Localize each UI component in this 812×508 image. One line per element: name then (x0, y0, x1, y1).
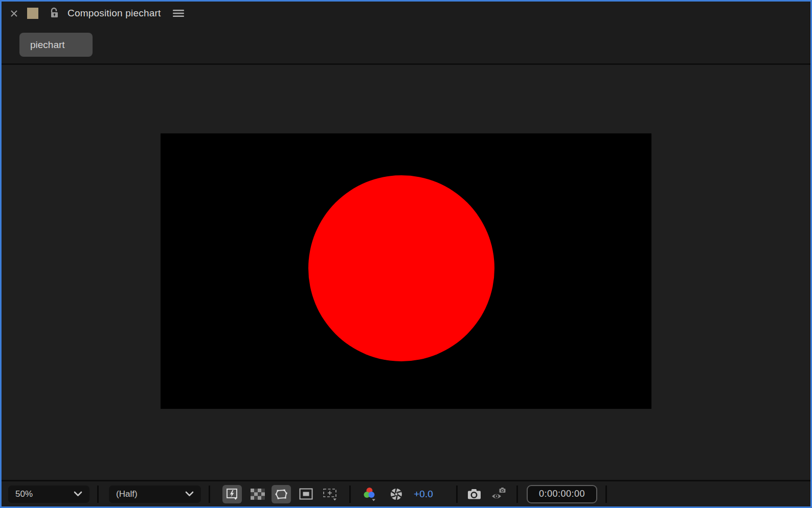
exposure-icon (389, 487, 403, 501)
magnification-dropdown[interactable]: 50% (8, 486, 89, 503)
exposure-value[interactable]: +0.0 (411, 489, 436, 500)
region-of-interest-button[interactable] (296, 485, 315, 503)
guide-options-icon (322, 487, 339, 501)
resolution-dropdown[interactable]: (Half) (109, 486, 201, 503)
toolbar-separator (516, 486, 518, 503)
fast-previews-icon (225, 487, 239, 501)
close-icon[interactable] (9, 9, 18, 18)
toolbar-separator (605, 486, 607, 503)
show-snapshot-button[interactable] (489, 485, 509, 503)
composition-panel: Composition piechart piechart 50% (0, 0, 812, 508)
toolbar-separator (209, 486, 210, 503)
snapshot-icon (467, 488, 483, 500)
transparency-grid-icon (251, 489, 265, 500)
panel-swatch[interactable] (27, 8, 38, 19)
tab-piechart[interactable]: piechart (19, 33, 93, 57)
toolbar-separator (456, 486, 458, 503)
toolbar-separator (97, 486, 99, 503)
viewer-tab-bar: piechart (2, 25, 810, 63)
region-of-interest-icon (299, 488, 313, 500)
tab-label: piechart (30, 39, 65, 51)
panel-title: Composition piechart (67, 8, 161, 19)
timecode-value: 0:00:00:00 (539, 489, 585, 499)
fast-previews-button[interactable] (222, 485, 242, 503)
mask-visibility-icon (274, 488, 288, 500)
toolbar-separator (349, 486, 351, 503)
panel-header: Composition piechart (2, 2, 810, 25)
composition-viewer[interactable] (2, 65, 810, 480)
magnification-value: 50% (15, 489, 33, 499)
snapshot-button[interactable] (465, 485, 484, 503)
grid-guide-options-button[interactable] (321, 485, 340, 503)
composition-canvas[interactable] (161, 133, 651, 409)
resolution-value: (Half) (116, 489, 138, 499)
timecode-field[interactable]: 0:00:00:00 (527, 485, 597, 503)
transparency-grid-button[interactable] (248, 485, 267, 503)
chevron-down-icon (74, 491, 82, 497)
chevron-down-icon (185, 491, 194, 497)
viewer-toolbar: 50% (Half) (2, 480, 810, 506)
mask-visibility-button[interactable] (272, 485, 291, 503)
unlock-icon[interactable] (49, 7, 60, 19)
show-snapshot-icon (491, 487, 508, 501)
red-circle-layer[interactable] (308, 175, 494, 361)
panel-menu-icon[interactable] (172, 9, 185, 18)
exposure-adjust-button[interactable] (387, 485, 406, 503)
show-channel-button[interactable] (360, 485, 379, 503)
show-channel-icon (362, 487, 378, 502)
